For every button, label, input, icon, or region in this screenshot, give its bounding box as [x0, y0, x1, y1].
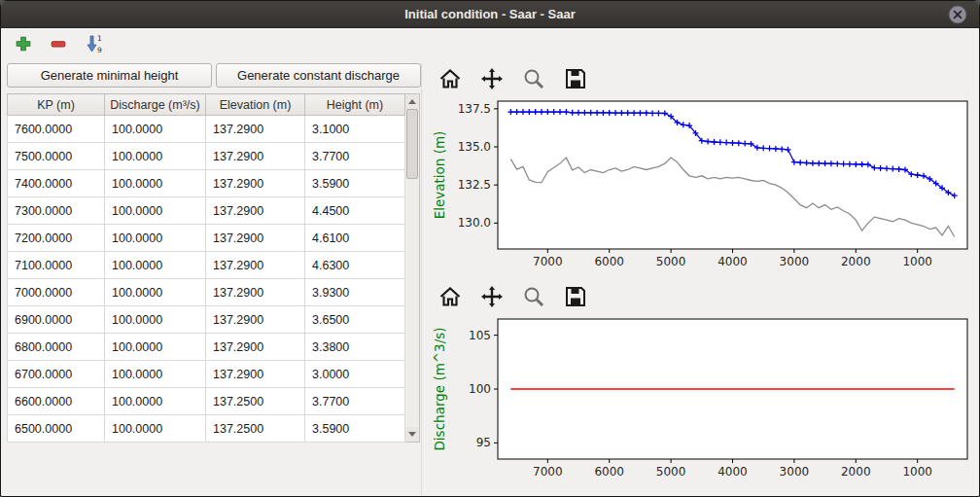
- main-content: Generate minimal height Generate constan…: [1, 61, 979, 496]
- table-cell[interactable]: 137.2900: [206, 143, 305, 170]
- remove-row-button[interactable]: [48, 32, 69, 57]
- svg-text:2000: 2000: [841, 255, 871, 268]
- table-cell[interactable]: 3.7700: [305, 143, 405, 170]
- pan-icon: [480, 67, 504, 90]
- table-cell[interactable]: 7400.0000: [8, 170, 105, 197]
- table-cell[interactable]: 4.4500: [305, 197, 405, 225]
- table-cell[interactable]: 100.0000: [105, 143, 206, 170]
- table-cell[interactable]: 3.5900: [305, 415, 405, 443]
- table-cell[interactable]: 100.0000: [105, 197, 206, 225]
- generate-minimal-height-button[interactable]: Generate minimal height: [7, 63, 212, 88]
- sort-button[interactable]: 1 9: [83, 32, 106, 57]
- table-cell[interactable]: 100.0000: [105, 116, 206, 143]
- app-window: Initial condition - Saar - Saar 1 9: [0, 0, 980, 497]
- column-header[interactable]: KP (m): [8, 94, 105, 116]
- table-cell[interactable]: 100.0000: [105, 334, 206, 361]
- table-cell[interactable]: 137.2900: [206, 116, 305, 143]
- save-button[interactable]: [563, 66, 588, 91]
- table-cell[interactable]: 3.3800: [305, 334, 405, 361]
- left-panel: Generate minimal height Generate constan…: [7, 63, 421, 496]
- svg-text:3000: 3000: [780, 465, 810, 479]
- scroll-down-button[interactable]: [405, 427, 419, 442]
- table-cell[interactable]: 4.6100: [305, 225, 405, 252]
- elevation-chart[interactable]: 7000600050004000300020001000130.0132.513…: [430, 94, 976, 275]
- table-row: 7400.0000100.0000137.29003.5900: [8, 170, 405, 197]
- sort-1-9-icon: 1 9: [85, 34, 104, 53]
- table-wrap: KP (m)Discharge (m³/s)Elevation (m)Heigh…: [7, 93, 421, 443]
- table-row: 6800.0000100.0000137.29003.3800: [8, 334, 405, 361]
- table-cell[interactable]: 137.2500: [206, 388, 305, 415]
- table-cell[interactable]: 100.0000: [105, 388, 206, 415]
- column-header[interactable]: Elevation (m): [206, 94, 305, 116]
- save-button[interactable]: [563, 284, 588, 309]
- zoom-button[interactable]: [521, 66, 546, 91]
- pan-button[interactable]: [479, 66, 505, 91]
- table-cell[interactable]: 100.0000: [105, 170, 206, 197]
- home-button[interactable]: [438, 66, 463, 91]
- table-cell[interactable]: 100.0000: [105, 306, 206, 334]
- titlebar[interactable]: Initial condition - Saar - Saar: [1, 1, 979, 28]
- zoom-button[interactable]: [521, 284, 546, 309]
- svg-text:5000: 5000: [656, 465, 686, 479]
- discharge-chart[interactable]: 700060005000400030002000100095100105Disc…: [430, 312, 976, 485]
- table-cell[interactable]: 7500.0000: [8, 143, 105, 170]
- table-row: 7000.0000100.0000137.29003.9300: [8, 279, 405, 306]
- main-toolbar: 1 9: [1, 28, 979, 61]
- table-cell[interactable]: 6900.0000: [8, 306, 105, 334]
- elevation-chart-toolbar: [430, 63, 976, 94]
- scrollbar-thumb[interactable]: [406, 109, 418, 179]
- svg-text:1000: 1000: [902, 255, 932, 268]
- svg-text:135.0: 135.0: [458, 140, 491, 154]
- table-cell[interactable]: 137.2900: [206, 306, 305, 334]
- table-cell[interactable]: 3.6500: [305, 306, 405, 334]
- scrollbar-track[interactable]: [405, 109, 419, 427]
- svg-text:7000: 7000: [533, 465, 563, 479]
- table-cell[interactable]: 100.0000: [105, 225, 206, 252]
- table-cell[interactable]: 3.9300: [305, 279, 405, 306]
- table-cell[interactable]: 100.0000: [105, 361, 206, 388]
- table-cell[interactable]: 7100.0000: [8, 252, 105, 279]
- table-cell[interactable]: 3.1000: [305, 116, 405, 143]
- table-cell[interactable]: 137.2900: [206, 279, 305, 306]
- svg-text:105: 105: [469, 329, 491, 342]
- svg-text:9: 9: [97, 46, 102, 53]
- home-button[interactable]: [438, 284, 463, 309]
- add-row-button[interactable]: [13, 32, 34, 57]
- table-cell[interactable]: 137.2500: [206, 415, 305, 443]
- table-cell[interactable]: 3.7700: [305, 388, 405, 415]
- add-icon: [15, 35, 32, 53]
- column-header[interactable]: Discharge (m³/s): [105, 94, 206, 116]
- table-cell[interactable]: 7300.0000: [8, 197, 105, 225]
- svg-text:Elevation (m): Elevation (m): [432, 131, 447, 220]
- scroll-up-button[interactable]: [405, 94, 419, 109]
- table-cell[interactable]: 7000.0000: [8, 279, 105, 306]
- table-row: 6600.0000100.0000137.25003.7700: [8, 388, 405, 415]
- table-cell[interactable]: 137.2900: [206, 170, 305, 197]
- table-cell[interactable]: 7600.0000: [8, 116, 105, 143]
- close-button[interactable]: [948, 5, 967, 24]
- pan-button[interactable]: [479, 284, 505, 309]
- generate-constant-discharge-button[interactable]: Generate constant discharge: [216, 63, 421, 88]
- table-cell[interactable]: 6800.0000: [8, 334, 105, 361]
- column-header[interactable]: Height (m): [305, 94, 405, 116]
- table-cell[interactable]: 6600.0000: [8, 388, 105, 415]
- table-cell[interactable]: 137.2900: [206, 197, 305, 225]
- table-cell[interactable]: 3.5900: [305, 170, 405, 197]
- table-cell[interactable]: 100.0000: [105, 279, 206, 306]
- table-cell[interactable]: 3.0000: [305, 361, 405, 388]
- table-cell[interactable]: 137.2900: [206, 334, 305, 361]
- table-row: 6500.0000100.0000137.25003.5900: [8, 415, 405, 443]
- home-icon: [438, 285, 462, 308]
- table-cell[interactable]: 4.6300: [305, 252, 405, 279]
- table-cell[interactable]: 137.2900: [206, 225, 305, 252]
- initial-conditions-table: KP (m)Discharge (m³/s)Elevation (m)Heigh…: [7, 93, 405, 443]
- table-cell[interactable]: 6700.0000: [8, 361, 105, 388]
- table-scrollbar[interactable]: [405, 93, 420, 443]
- table-cell[interactable]: 137.2900: [206, 361, 305, 388]
- table-cell[interactable]: 100.0000: [105, 415, 206, 443]
- table-cell[interactable]: 6500.0000: [8, 415, 105, 443]
- table-cell[interactable]: 137.2900: [206, 252, 305, 279]
- table-cell[interactable]: 7200.0000: [8, 225, 105, 252]
- svg-text:100: 100: [469, 382, 491, 396]
- table-cell[interactable]: 100.0000: [105, 252, 206, 279]
